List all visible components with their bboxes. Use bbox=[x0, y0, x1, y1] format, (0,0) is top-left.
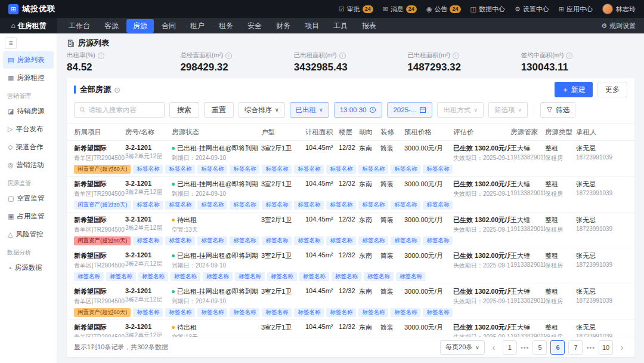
label-tag: 标签名称 bbox=[74, 272, 104, 281]
cell-room: 3-2-12013栋2单元12层 bbox=[125, 144, 172, 162]
stat-4: 签约中面积(m²)i130043.11 bbox=[521, 51, 634, 73]
cell-floor-main: 12/32 bbox=[339, 144, 355, 151]
table-row[interactable]: 新希望国际青羊区|TR290450013-2-12013栋2单元12层已出租-挂… bbox=[67, 141, 634, 177]
search-box[interactable] bbox=[74, 102, 165, 118]
row-cells: 新希望国际青羊区|TR290450013-2-12013栋2单元12层待出租空置… bbox=[74, 323, 627, 337]
label-tag: 标签名称 bbox=[138, 272, 168, 281]
cell-eval-main: 已生效 1302.00元/月 bbox=[453, 323, 507, 332]
sidebar-item-platform-publish[interactable]: ▷平台发布 bbox=[3, 121, 54, 138]
more-button[interactable]: 更多 bbox=[597, 82, 627, 97]
cell-decoration-main: 简装 bbox=[380, 216, 401, 224]
table-row[interactable]: 新希望国际青羊区|TR290450013-2-12013栋2单元12层待出租空置… bbox=[67, 213, 634, 248]
topbar-item-announcements[interactable]: ◉公告24 bbox=[426, 5, 461, 14]
clock-icon bbox=[369, 106, 376, 113]
topbar-item-approvals[interactable]: ☑审批24 bbox=[339, 5, 373, 14]
sidebar-item-risk-control[interactable]: △风险管控 bbox=[3, 226, 54, 243]
user-menu[interactable]: 林志玲 bbox=[602, 4, 636, 14]
label-tag: 标签名称 bbox=[326, 165, 356, 174]
table-row[interactable]: 新希望国际青羊区|TR290450013-2-12013栋2单元12层已出租-挂… bbox=[67, 248, 634, 284]
tab-dropdown-icon[interactable]: ⊙ bbox=[114, 85, 120, 94]
cell-eval: 已生效 1302.00元/月失效期日：2025-09-10 bbox=[453, 251, 510, 270]
sidebar-item-channel-coop[interactable]: ◇渠道合作 bbox=[3, 139, 54, 156]
label-tag: 标签名称 bbox=[423, 201, 453, 210]
table-row[interactable]: 新希望国际青羊区|TR290450013-2-12013栋2单元12层已出租-挂… bbox=[67, 284, 634, 320]
nav-item-tenants[interactable]: 租户 bbox=[184, 19, 211, 33]
filter-button[interactable]: 筛选 bbox=[540, 102, 575, 118]
label-tag: 标签名称 bbox=[423, 165, 453, 174]
status-filter-select[interactable]: 已出租 ∨ bbox=[290, 102, 329, 118]
cell-project-main: 新希望国际 bbox=[74, 216, 122, 224]
sidebar-item-rent-control[interactable]: ▦房源租控 bbox=[3, 69, 54, 87]
column-header: 户型 bbox=[261, 128, 305, 137]
nav-item-contracts[interactable]: 合同 bbox=[155, 19, 182, 33]
cell-keeper: 王大锤19133829011 bbox=[510, 216, 545, 234]
rent-mode-select[interactable]: 出租方式 ∨ bbox=[437, 102, 484, 118]
sort-select[interactable]: 综合排序 ∨ bbox=[239, 102, 285, 118]
card-header: 全部房源 ⊙ ＋ 新建 更多 bbox=[67, 78, 634, 101]
sidebar-item-housing-list[interactable]: ▤房源列表 bbox=[3, 51, 54, 69]
nav-item-reports[interactable]: 报表 bbox=[355, 19, 383, 33]
page-button-7[interactable]: 7 bbox=[568, 340, 583, 355]
nav-item-projects[interactable]: 项目 bbox=[298, 19, 326, 33]
notification-badge: 24 bbox=[363, 5, 373, 13]
cell-price-main: 3000.00元/月 bbox=[404, 323, 450, 332]
new-button[interactable]: ＋ 新建 bbox=[555, 82, 593, 97]
cell-area: 104.45m² bbox=[305, 251, 339, 270]
topbar-item-label: 公告 bbox=[434, 5, 447, 14]
date-picker[interactable]: 2025-... bbox=[387, 102, 432, 118]
cell-eval: 已生效 1302.00元/月失效期日：2025-09-10 bbox=[453, 323, 510, 337]
nav-item-customers[interactable]: 客源 bbox=[98, 19, 125, 33]
reset-button[interactable]: 重置 bbox=[204, 102, 234, 118]
nav-item-housing[interactable]: 房源 bbox=[126, 19, 154, 33]
rule-settings-button[interactable]: ⚙ 规则设置 bbox=[601, 21, 636, 30]
sidebar-collapse-icon[interactable]: ≡ bbox=[5, 37, 17, 49]
sidebar-item-pending-sale[interactable]: ◪待销房源 bbox=[3, 103, 54, 120]
module-switcher[interactable]: ⌂ 住房租赁 bbox=[0, 18, 57, 33]
sidebar-item-marketing-activity[interactable]: ◎营销活动 bbox=[3, 156, 54, 174]
page-button-5[interactable]: 5 bbox=[532, 340, 547, 355]
stat-label: 签约中面积(m²)i bbox=[521, 51, 634, 60]
sidebar-item-occupancy-monitor[interactable]: ▣占用监管 bbox=[3, 208, 54, 225]
page-button-10[interactable]: 10 bbox=[599, 340, 613, 355]
nav-item-tools[interactable]: 工具 bbox=[327, 19, 354, 33]
page-buttons: 1•••567•••10 bbox=[503, 340, 613, 355]
prev-page-button[interactable]: ‹ bbox=[488, 343, 499, 352]
cell-type-main: 整租 bbox=[545, 180, 572, 189]
nav-item-workbench[interactable]: 工作台 bbox=[62, 19, 97, 33]
cell-decoration: 简装 bbox=[380, 251, 404, 270]
nav-item-security[interactable]: 安全 bbox=[241, 19, 268, 33]
topbar-item-app-center[interactable]: ⊞应用中心 bbox=[559, 5, 593, 14]
time-picker[interactable]: 13:00:30 bbox=[334, 102, 383, 118]
search-button[interactable]: 搜索 bbox=[169, 102, 199, 118]
label-tag: 标签名称 bbox=[133, 236, 163, 245]
cell-project: 新希望国际青羊区|TR29045001 bbox=[74, 180, 125, 198]
column-header: 房源类型 bbox=[545, 128, 576, 137]
filter-item-select[interactable]: 筛选项 ∨ bbox=[488, 102, 528, 118]
cell-room: 3-2-12013栋2单元12层 bbox=[125, 180, 172, 198]
table-row[interactable]: 新希望国际青羊区|TR290450013-2-12013栋2单元12层待出租空置… bbox=[67, 320, 634, 337]
tab-all-housing[interactable]: 全部房源 bbox=[80, 84, 111, 95]
main-content: 房源列表 出租率(%)i84.52总经营面积(m²)i298429.32已出租面… bbox=[57, 33, 644, 363]
page-size-label: 每页20条 bbox=[445, 343, 472, 352]
page-button-6[interactable]: 6 bbox=[550, 340, 565, 355]
topbar-item-settings-center[interactable]: ⚙设置中心 bbox=[515, 5, 549, 14]
idle-asset-tag: 闲置资产(超过30天) bbox=[74, 201, 131, 210]
cell-eval-main: 已生效 1302.00元/月 bbox=[453, 216, 507, 224]
page-button-1[interactable]: 1 bbox=[503, 340, 517, 355]
sidebar-item-housing-data[interactable]: ◔房源数据 bbox=[3, 259, 54, 276]
search-input[interactable] bbox=[89, 106, 159, 113]
topbar-item-messages[interactable]: ✉消息24 bbox=[383, 5, 417, 14]
page-size-select[interactable]: 每页20条 ∨ bbox=[440, 340, 485, 355]
cell-area-main: 104.45m² bbox=[305, 251, 335, 259]
cell-room: 3-2-12013栋2单元12层 bbox=[125, 216, 172, 234]
cell-keeper-main: 王大锤 bbox=[510, 216, 541, 224]
table-row[interactable]: 新希望国际青羊区|TR290450013-2-12013栋2单元12层已出租-挂… bbox=[67, 177, 634, 213]
label-tag: 标签名称 bbox=[423, 308, 453, 317]
sidebar-item-vacancy-monitor[interactable]: ▢空置监管 bbox=[3, 190, 54, 207]
next-page-button[interactable]: › bbox=[617, 343, 627, 352]
cell-keeper-main: 王大锤 bbox=[510, 144, 541, 153]
nav-item-leasing[interactable]: 租务 bbox=[212, 19, 240, 33]
label-tag: 标签名称 bbox=[262, 236, 292, 245]
topbar-item-data-center[interactable]: ◫数据中心 bbox=[470, 5, 505, 14]
nav-item-finance[interactable]: 财务 bbox=[270, 19, 297, 33]
